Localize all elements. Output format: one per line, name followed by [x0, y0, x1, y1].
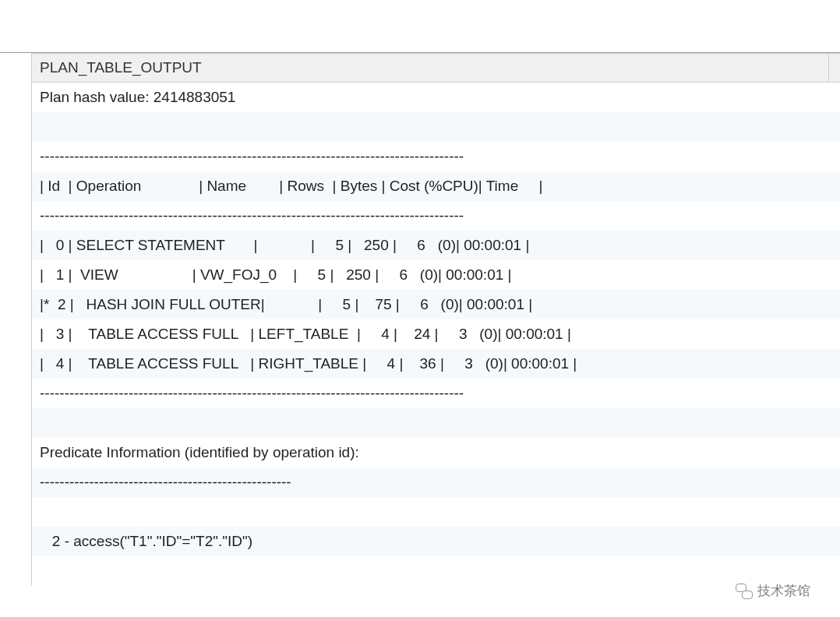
table-row[interactable]: | 0 | SELECT STATEMENT | | 5 | 250 | 6 (…	[32, 231, 840, 260]
table-row[interactable]: | 4 | TABLE ACCESS FULL | RIGHT_TABLE | …	[32, 349, 840, 379]
result-table: PLAN_TABLE_OUTPUT Plan hash value: 24148…	[31, 53, 840, 586]
cell-text	[40, 503, 44, 520]
table-row[interactable]: | 1 | VIEW | VW_FOJ_0 | 5 | 250 | 6 (0)|…	[32, 260, 840, 290]
cell-text: ----------------------------------------…	[40, 207, 464, 224]
table-row[interactable]: 2 - access("T1"."ID"="T2"."ID")	[32, 527, 840, 556]
cell-text	[40, 118, 44, 136]
cell-text: |* 2 | HASH JOIN FULL OUTER| | 5 | 75 | …	[40, 296, 532, 313]
query-result-panel: PLAN_TABLE_OUTPUT Plan hash value: 24148…	[0, 53, 840, 617]
table-row[interactable]	[32, 556, 840, 586]
column-divider	[828, 54, 829, 82]
cell-text	[40, 414, 44, 432]
cell-text: ----------------------------------------…	[40, 385, 464, 402]
cell-text: Predicate Information (identified by ope…	[40, 444, 359, 461]
table-row[interactable]: | 3 | TABLE ACCESS FULL | LEFT_TABLE | 4…	[32, 319, 840, 349]
watermark-text: 技术茶馆	[757, 582, 810, 600]
table-header-row[interactable]: PLAN_TABLE_OUTPUT	[32, 53, 840, 83]
cell-text: 2 - access("T1"."ID"="T2"."ID")	[40, 533, 252, 550]
cell-text: ----------------------------------------…	[40, 148, 464, 165]
cell-text: Plan hash value: 2414883051	[40, 89, 235, 106]
table-row[interactable]: ----------------------------------------…	[32, 379, 840, 408]
cell-text	[40, 562, 44, 580]
table-row[interactable]	[32, 497, 840, 527]
watermark: 技术茶馆	[736, 582, 810, 600]
column-header-plan-table-output[interactable]: PLAN_TABLE_OUTPUT	[40, 59, 828, 76]
table-row[interactable]: |* 2 | HASH JOIN FULL OUTER| | 5 | 75 | …	[32, 290, 840, 319]
table-row[interactable]	[32, 112, 840, 142]
table-row[interactable]: Plan hash value: 2414883051	[32, 83, 840, 112]
cell-text: | Id | Operation | Name | Rows | Bytes |…	[40, 178, 543, 195]
cell-text: | 3 | TABLE ACCESS FULL | LEFT_TABLE | 4…	[40, 326, 571, 343]
table-row[interactable]	[32, 408, 840, 438]
cell-text: | 1 | VIEW | VW_FOJ_0 | 5 | 250 | 6 (0)|…	[40, 266, 511, 284]
table-row[interactable]: | Id | Operation | Name | Rows | Bytes |…	[32, 171, 840, 201]
wechat-icon	[736, 583, 753, 600]
table-row[interactable]: ----------------------------------------…	[32, 467, 840, 497]
table-row[interactable]: Predicate Information (identified by ope…	[32, 438, 840, 467]
table-row[interactable]: ----------------------------------------…	[32, 201, 840, 231]
cell-text: | 0 | SELECT STATEMENT | | 5 | 250 | 6 (…	[40, 237, 529, 254]
cell-text: ----------------------------------------…	[40, 474, 291, 491]
top-toolbar	[0, 0, 840, 53]
cell-text: | 4 | TABLE ACCESS FULL | RIGHT_TABLE | …	[40, 355, 577, 372]
table-row[interactable]: ----------------------------------------…	[32, 142, 840, 171]
